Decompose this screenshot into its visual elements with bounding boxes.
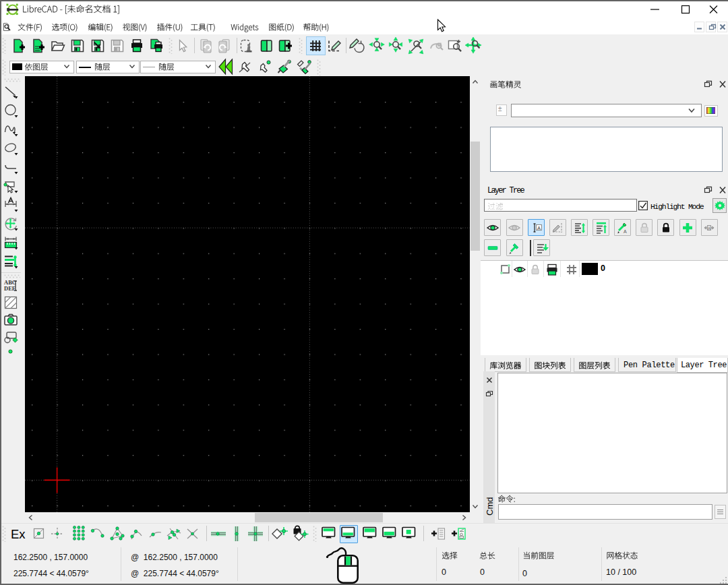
svg-text:A: A	[624, 229, 627, 234]
svg-text:DEF: DEF	[4, 285, 16, 292]
svg-text:A: A	[537, 224, 541, 230]
svg-text:A: A	[708, 226, 710, 230]
